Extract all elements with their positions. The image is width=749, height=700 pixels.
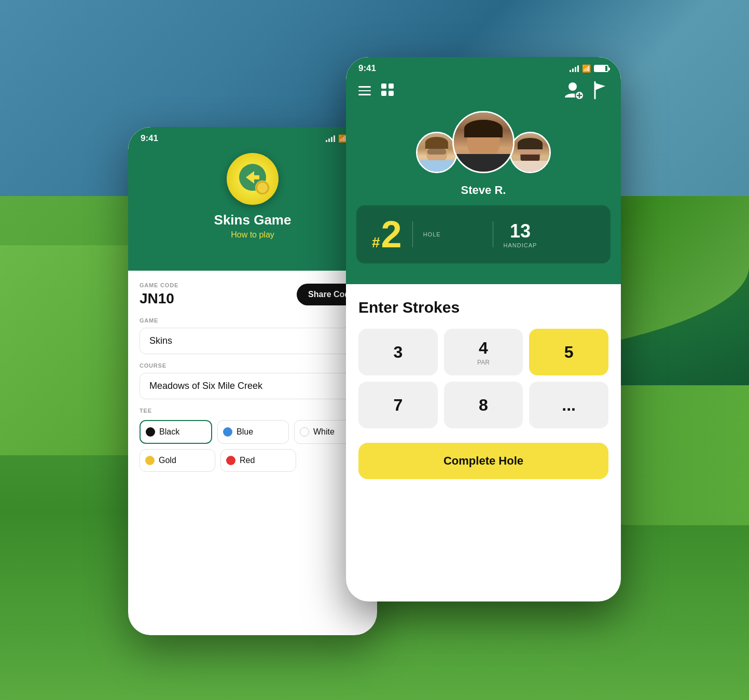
- right-phone: 9:41 📶: [346, 57, 621, 601]
- left-phone-body: GAME CODE JN10 Share Code GAME Skins › C…: [128, 271, 377, 488]
- strokes-grid: 3 4 PAR 5 7 8 ...: [358, 329, 608, 428]
- hole-label: HOLE: [423, 231, 441, 237]
- enter-strokes-title: Enter Strokes: [358, 299, 608, 316]
- players-section: [346, 106, 621, 184]
- tee-option-red[interactable]: Red: [220, 449, 296, 472]
- nav-left-icons: [358, 82, 395, 99]
- tee-options-row-2: Gold Red: [140, 449, 366, 472]
- hole-number: 2: [381, 216, 402, 253]
- course-selector[interactable]: Meadows of Six Mile Creek ›: [140, 373, 366, 399]
- tee-label-gold: Gold: [159, 456, 176, 465]
- right-signal-icon: [570, 65, 579, 72]
- hole-info-divider-2: [493, 221, 493, 247]
- right-phone-body: Enter Strokes 3 4 PAR 5 7 8: [346, 284, 621, 494]
- game-code-section: GAME CODE JN10 Share Code: [140, 282, 366, 307]
- hole-stat-hole: HOLE: [423, 231, 441, 237]
- game-code-value: JN10: [140, 290, 178, 307]
- tee-dot-red: [226, 456, 235, 465]
- hole-number-section: # 2: [372, 216, 402, 253]
- right-phone-header: 9:41 📶: [346, 57, 621, 284]
- tee-label-black: Black: [159, 427, 179, 437]
- tee-dot-white: [300, 427, 309, 437]
- game-code-info: GAME CODE JN10: [140, 282, 178, 307]
- tee-label: TEE: [140, 408, 366, 414]
- game-logo: [227, 153, 279, 205]
- nav-right-icons: [564, 80, 608, 102]
- current-player-name: Steve R.: [346, 184, 621, 197]
- tee-dot-black: [146, 427, 155, 437]
- svg-rect-5: [381, 91, 386, 96]
- tee-option-gold[interactable]: Gold: [140, 449, 215, 472]
- add-player-icon[interactable]: [564, 80, 584, 102]
- stroke-btn-4[interactable]: 4 PAR: [444, 329, 523, 375]
- game-value: Skins: [149, 335, 172, 346]
- complete-hole-button[interactable]: Complete Hole: [358, 443, 608, 479]
- player-avatar-steve[interactable]: [452, 111, 515, 173]
- right-status-icons: 📶: [570, 64, 608, 73]
- flag-icon[interactable]: [591, 80, 608, 102]
- handicap-label: HANDICAP: [504, 242, 537, 248]
- hamburger-menu-icon[interactable]: [358, 86, 371, 95]
- game-subtitle[interactable]: How to play: [231, 230, 274, 240]
- left-phone: 9:41 📶: [128, 127, 377, 635]
- tee-label-red: Red: [240, 456, 255, 465]
- player-avatar-1[interactable]: [416, 132, 457, 173]
- right-battery-icon: [594, 65, 608, 72]
- hole-info-bar: # 2 HOLE 13 HANDICAP: [356, 205, 611, 263]
- grid-calendar-icon[interactable]: [380, 82, 395, 99]
- game-title: Skins Game: [214, 212, 292, 228]
- svg-point-2: [257, 182, 268, 193]
- course-value: Meadows of Six Mile Creek: [149, 381, 262, 391]
- right-wifi-icon: 📶: [582, 64, 591, 73]
- tee-option-black[interactable]: Black: [140, 420, 212, 444]
- game-field-label: GAME: [140, 317, 366, 324]
- game-selector[interactable]: Skins ›: [140, 328, 366, 354]
- tee-label-blue: Blue: [237, 427, 253, 437]
- left-time: 9:41: [141, 133, 158, 144]
- game-code-label: GAME CODE: [140, 282, 178, 288]
- left-status-bar: 9:41 📶: [128, 127, 377, 148]
- tee-dot-blue: [223, 427, 232, 437]
- right-time: 9:41: [358, 63, 376, 74]
- left-phone-header: 9:41 📶: [128, 127, 377, 271]
- phones-container: 9:41 📶: [0, 0, 749, 700]
- svg-point-7: [568, 82, 577, 91]
- nav-row: [346, 78, 621, 106]
- course-field-label: COURSE: [140, 362, 366, 369]
- tee-dot-gold: [145, 456, 155, 465]
- svg-rect-6: [389, 91, 394, 96]
- hole-stat-handicap: 13 HANDICAP: [504, 220, 537, 248]
- stroke-btn-7[interactable]: 7: [358, 382, 438, 428]
- player-avatar-3[interactable]: [509, 132, 551, 173]
- skins-game-icon: [234, 161, 271, 197]
- stroke-btn-5[interactable]: 5: [529, 329, 608, 375]
- handicap-value: 13: [510, 220, 531, 242]
- par-label: PAR: [477, 359, 490, 366]
- tee-label-white: White: [313, 427, 335, 437]
- right-status-bar: 9:41 📶: [346, 57, 621, 78]
- stroke-btn-8[interactable]: 8: [444, 382, 523, 428]
- game-logo-section: Skins Game How to play: [128, 148, 377, 250]
- stroke-btn-3[interactable]: 3: [358, 329, 438, 375]
- stroke-btn-more[interactable]: ...: [529, 382, 608, 428]
- tee-option-blue[interactable]: Blue: [217, 420, 289, 444]
- tee-options-row-1: Black Blue White: [140, 420, 366, 444]
- svg-rect-4: [389, 83, 394, 89]
- hole-info-divider: [412, 221, 413, 247]
- hole-hash: #: [372, 234, 380, 251]
- svg-rect-3: [381, 83, 386, 89]
- signal-icon: [326, 135, 335, 142]
